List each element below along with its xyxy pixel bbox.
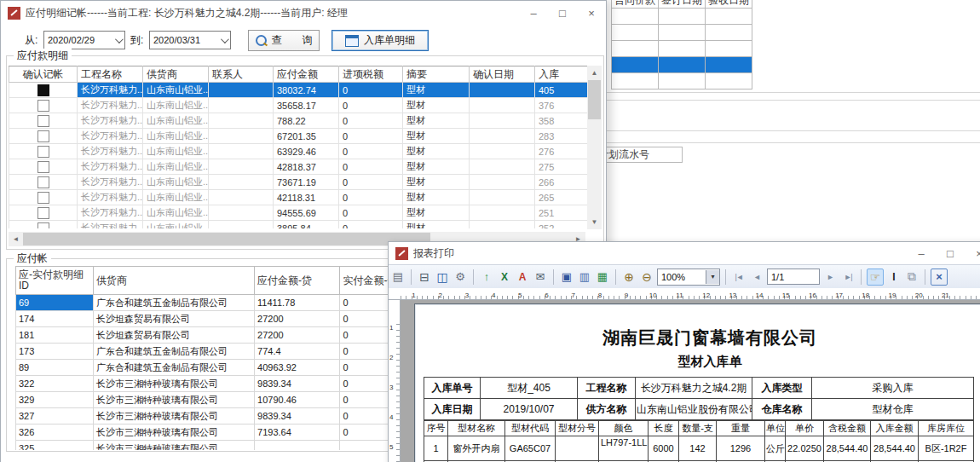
cell[interactable]: 长沙万科魅力...	[78, 221, 143, 229]
cell[interactable]: 276	[535, 144, 589, 159]
doc-icon[interactable]: ▥	[577, 269, 592, 285]
plan-serial-field[interactable]: 计划流水号	[595, 147, 683, 163]
cell[interactable]: 长沙市三湘特种玻璃有限公司	[93, 424, 254, 441]
cell[interactable]: 广东合和建筑五金制品有限公司	[93, 360, 254, 376]
maximize-button[interactable]: □	[548, 3, 577, 23]
cell[interactable]: 35658.17	[274, 98, 339, 113]
confirm-checkbox[interactable]	[37, 100, 49, 112]
cell[interactable]	[659, 25, 706, 41]
confirm-checkbox[interactable]	[37, 161, 49, 173]
column-header[interactable]: 合同价款	[612, 0, 659, 9]
cell[interactable]: 长沙万科魅力...	[78, 190, 143, 205]
zoom-combo[interactable]: 100%▾	[657, 269, 720, 286]
cell[interactable]: 型材	[403, 129, 470, 144]
cell[interactable]: 广东合和建筑五金制品有限公司	[93, 295, 254, 311]
minimize-button[interactable]: –	[907, 243, 936, 263]
cell[interactable]: 山东南山铝业...	[143, 159, 209, 175]
cell[interactable]: 型材	[403, 190, 470, 205]
cell[interactable]	[470, 175, 535, 190]
confirm-cell[interactable]	[9, 129, 78, 144]
cell[interactable]	[209, 83, 274, 98]
first-page-icon[interactable]: |◄	[731, 269, 747, 285]
confirm-cell[interactable]	[9, 144, 78, 159]
cell[interactable]: 788.22	[274, 113, 339, 129]
tools-icon[interactable]: ⚙	[453, 269, 468, 285]
cell[interactable]	[612, 25, 659, 41]
cell[interactable]: 型材_405	[481, 378, 578, 399]
cell[interactable]: 型材仓库	[812, 399, 974, 420]
cell[interactable]: 仓库名称	[752, 399, 812, 420]
cell[interactable]: 山东南山铝业股份有限公司	[636, 399, 752, 420]
column-header[interactable]: 数量-支	[679, 421, 717, 436]
column-header[interactable]: 确认日期	[470, 66, 535, 83]
column-header[interactable]: 工程名称	[78, 66, 143, 83]
cell[interactable]: 69	[16, 295, 94, 311]
cell[interactable]: 入库类型	[752, 378, 812, 399]
cell[interactable]	[209, 144, 274, 159]
column-header[interactable]: 型材分号	[556, 421, 599, 436]
confirm-cell[interactable]	[9, 113, 78, 129]
cell[interactable]: 工程名称	[578, 378, 636, 399]
html-export-icon[interactable]: ▦	[595, 269, 610, 285]
cell[interactable]: 0	[339, 221, 403, 229]
cell[interactable]: 42818.37	[274, 159, 339, 175]
confirm-checkbox[interactable]	[37, 222, 49, 228]
cell[interactable]: 山东南山铝业...	[143, 98, 209, 113]
cell[interactable]: 0	[339, 205, 403, 221]
column-header[interactable]: 联系人	[209, 66, 274, 83]
cell[interactable]: 1296	[717, 436, 765, 461]
contract-table-body[interactable]	[612, 9, 752, 90]
cell[interactable]	[470, 98, 535, 113]
cell[interactable]: 山东南山铝业...	[143, 129, 209, 144]
cell[interactable]: 9839.34	[255, 376, 340, 392]
cell[interactable]: 266	[535, 175, 589, 190]
cell[interactable]: 1	[424, 436, 448, 461]
cell[interactable]: 0	[339, 159, 403, 175]
cell[interactable]	[470, 205, 535, 221]
cell[interactable]: 长沙市三湘特种玻璃有限公司	[93, 376, 254, 392]
cell[interactable]: 0	[339, 98, 403, 113]
cell[interactable]: 型材	[403, 205, 470, 221]
cell[interactable]	[706, 25, 752, 41]
cell[interactable]: 长沙万科魅力...	[78, 129, 143, 144]
cell[interactable]: 公斤	[765, 436, 786, 461]
column-header[interactable]: 库房库位	[919, 421, 974, 436]
confirm-cell[interactable]	[9, 83, 78, 98]
column-header[interactable]: 供货商	[93, 267, 254, 295]
column-header[interactable]: 重量	[717, 421, 765, 436]
title-bar[interactable]: 报表打印 – □ ×	[389, 242, 980, 264]
column-header[interactable]: 进项税额	[339, 66, 403, 83]
cell[interactable]: 774.4	[255, 344, 340, 360]
column-header[interactable]: 单价	[786, 421, 824, 436]
column-header[interactable]: 序号	[424, 421, 448, 436]
cell[interactable]: 358	[535, 113, 589, 129]
cell[interactable]	[706, 57, 752, 73]
column-header[interactable]: 长度	[649, 421, 679, 436]
cell[interactable]: 22.0250	[786, 436, 824, 461]
mail-icon[interactable]: ✉	[533, 269, 548, 285]
cell[interactable]	[470, 144, 535, 159]
cell[interactable]: 0	[339, 144, 403, 159]
column-header[interactable]: 摘要	[403, 66, 470, 83]
cell[interactable]: 181	[16, 327, 94, 344]
cell[interactable]	[209, 205, 274, 221]
column-header[interactable]: 颜色	[599, 421, 649, 436]
combo-arrow-icon[interactable]: ▾	[706, 270, 719, 284]
cell[interactable]: 采购入库	[812, 378, 974, 399]
cell[interactable]: 广东合和建筑五金制品有限公司	[93, 344, 254, 360]
cell[interactable]	[706, 41, 752, 57]
last-page-icon[interactable]: ►|	[840, 269, 856, 285]
page-indicator[interactable]: 1/1	[767, 269, 820, 285]
cell[interactable]: 6000	[649, 436, 679, 461]
scroll-up-arrow[interactable]: ▲	[587, 66, 602, 80]
cell[interactable]: 长沙市三湘特种玻璃有限公司	[93, 441, 254, 451]
cell[interactable]: 3895.84	[274, 221, 339, 229]
column-header[interactable]: 签订日期	[659, 0, 706, 9]
cell[interactable]: 山东南山铝业...	[143, 190, 209, 205]
cell[interactable]: 325	[16, 441, 94, 451]
cell[interactable]	[612, 73, 659, 90]
cell[interactable]: 0	[339, 175, 403, 190]
column-header[interactable]: 单位	[765, 421, 786, 436]
cell[interactable]: 329	[16, 392, 94, 408]
column-header[interactable]: 验收日期	[706, 0, 752, 9]
